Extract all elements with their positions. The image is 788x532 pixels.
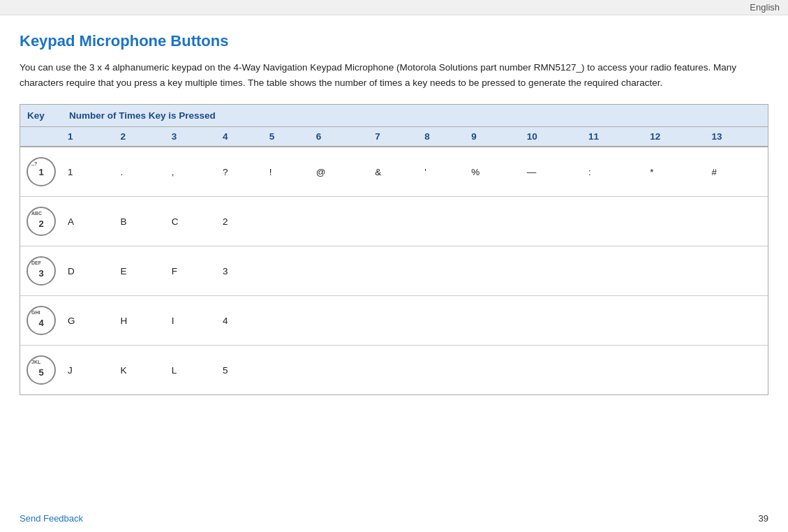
cell-r3-c8 bbox=[466, 296, 521, 346]
cell-r2-c5 bbox=[311, 246, 370, 296]
cell-r3-c2: I bbox=[166, 296, 217, 346]
key-cell-3: DEF3 bbox=[20, 246, 62, 296]
table-row: GHI4GHI4 bbox=[20, 296, 768, 346]
cell-r2-c0: D bbox=[62, 246, 114, 296]
cell-r2-c1: E bbox=[114, 246, 165, 296]
cell-r4-c2: L bbox=[166, 346, 217, 395]
cell-r3-c0: G bbox=[62, 296, 114, 346]
main-content: Keypad Microphone Buttons You can use th… bbox=[0, 15, 788, 409]
table-body: .,?11.,?!@&'%—:*#ABC2ABC2DEF3DEF3GHI4GHI… bbox=[20, 147, 768, 394]
keypad-table: Key Number of Times Key is Pressed 1 2 3… bbox=[20, 105, 768, 394]
key-cell-5: JKL5 bbox=[20, 346, 62, 395]
cell-r4-c9 bbox=[521, 346, 583, 395]
cell-r0-c7: ' bbox=[419, 147, 466, 197]
key-icon-3: DEF3 bbox=[27, 256, 56, 286]
cell-r1-c7 bbox=[419, 197, 466, 246]
key-icon-4: GHI4 bbox=[27, 306, 56, 335]
sub-header-8: 8 bbox=[419, 127, 466, 147]
cell-r0-c4: ! bbox=[264, 147, 311, 197]
sub-header-2: 2 bbox=[114, 127, 165, 147]
sub-header-12: 12 bbox=[644, 127, 706, 147]
sub-header-5: 5 bbox=[264, 127, 311, 147]
cell-r3-c9 bbox=[521, 296, 583, 346]
sub-header-13: 13 bbox=[706, 127, 768, 147]
cell-r3-c1: H bbox=[114, 296, 165, 346]
cell-r0-c11: * bbox=[644, 147, 706, 197]
key-sub-label: ABC bbox=[31, 211, 42, 216]
cell-r3-c7 bbox=[419, 296, 466, 346]
cell-r0-c8: % bbox=[466, 147, 521, 197]
cell-r0-c5: @ bbox=[311, 147, 370, 197]
key-cell-1: .,?1 bbox=[20, 147, 62, 197]
cell-r1-c8 bbox=[466, 197, 521, 246]
cell-r0-c2: , bbox=[166, 147, 217, 197]
cell-r4-c0: J bbox=[62, 346, 114, 395]
key-icon-5: JKL5 bbox=[27, 355, 56, 385]
cell-r1-c3: 2 bbox=[217, 197, 264, 246]
cell-r1-c11 bbox=[644, 197, 706, 246]
cell-r2-c2: F bbox=[166, 246, 217, 296]
cell-r3-c5 bbox=[311, 296, 370, 346]
table-row: JKL5JKL5 bbox=[20, 346, 768, 395]
footer: Send Feedback 39 bbox=[0, 501, 788, 532]
col-times-header: Number of Times Key is Pressed bbox=[62, 105, 768, 127]
cell-r1-c5 bbox=[311, 197, 370, 246]
table-header-row-1: Key Number of Times Key is Pressed bbox=[20, 105, 768, 127]
key-icon-2: ABC2 bbox=[27, 207, 56, 236]
cell-r1-c1: B bbox=[114, 197, 165, 246]
sub-header-key bbox=[20, 127, 62, 147]
sub-header-10: 10 bbox=[521, 127, 583, 147]
table-header-row-2: 1 2 3 4 5 6 7 8 9 10 11 12 13 bbox=[20, 127, 768, 147]
cell-r2-c10 bbox=[583, 246, 644, 296]
cell-r0-c6: & bbox=[369, 147, 419, 197]
send-feedback-link[interactable]: Send Feedback bbox=[20, 513, 83, 524]
cell-r2-c12 bbox=[706, 246, 768, 296]
cell-r0-c10: : bbox=[583, 147, 644, 197]
cell-r4-c12 bbox=[706, 346, 768, 395]
cell-r4-c6 bbox=[369, 346, 419, 395]
cell-r2-c11 bbox=[644, 246, 706, 296]
key-cell-4: GHI4 bbox=[20, 296, 62, 346]
cell-r2-c3: 3 bbox=[217, 246, 264, 296]
cell-r2-c6 bbox=[369, 246, 419, 296]
cell-r1-c0: A bbox=[62, 197, 114, 246]
cell-r4-c5 bbox=[311, 346, 370, 395]
cell-r1-c4 bbox=[264, 197, 311, 246]
cell-r1-c6 bbox=[369, 197, 419, 246]
top-bar: English bbox=[0, 0, 788, 15]
cell-r2-c8 bbox=[466, 246, 521, 296]
intro-paragraph: You can use the 3 x 4 alphanumeric keypa… bbox=[20, 60, 768, 90]
key-label-top: .,? bbox=[31, 161, 37, 166]
page-number: 39 bbox=[759, 513, 768, 524]
cell-r4-c3: 5 bbox=[217, 346, 264, 395]
col-key-header: Key bbox=[20, 105, 62, 127]
sub-header-3: 3 bbox=[166, 127, 217, 147]
table-row: .,?11.,?!@&'%—:*# bbox=[20, 147, 768, 197]
sub-header-6: 6 bbox=[311, 127, 370, 147]
key-sub-label: JKL bbox=[31, 360, 40, 364]
cell-r0-c0: 1 bbox=[62, 147, 114, 197]
key-sub-label: DEF bbox=[31, 260, 41, 265]
cell-r3-c10 bbox=[583, 296, 644, 346]
cell-r0-c12: # bbox=[706, 147, 768, 197]
cell-r4-c4 bbox=[264, 346, 311, 395]
key-sub-label: GHI bbox=[31, 310, 40, 315]
cell-r0-c3: ? bbox=[217, 147, 264, 197]
cell-r2-c4 bbox=[264, 246, 311, 296]
cell-r3-c4 bbox=[264, 296, 311, 346]
table-row: DEF3DEF3 bbox=[20, 246, 768, 296]
cell-r1-c2: C bbox=[166, 197, 217, 246]
sub-header-9: 9 bbox=[466, 127, 521, 147]
sub-header-7: 7 bbox=[369, 127, 419, 147]
page-title: Keypad Microphone Buttons bbox=[20, 32, 768, 50]
cell-r4-c7 bbox=[419, 346, 466, 395]
language-label: English bbox=[750, 2, 780, 13]
cell-r1-c12 bbox=[706, 197, 768, 246]
key-icon-1: .,?1 bbox=[27, 157, 56, 186]
cell-r2-c9 bbox=[521, 246, 583, 296]
cell-r2-c7 bbox=[419, 246, 466, 296]
sub-header-11: 11 bbox=[583, 127, 644, 147]
cell-r4-c10 bbox=[583, 346, 644, 395]
cell-r0-c1: . bbox=[114, 147, 165, 197]
cell-r4-c1: K bbox=[114, 346, 165, 395]
